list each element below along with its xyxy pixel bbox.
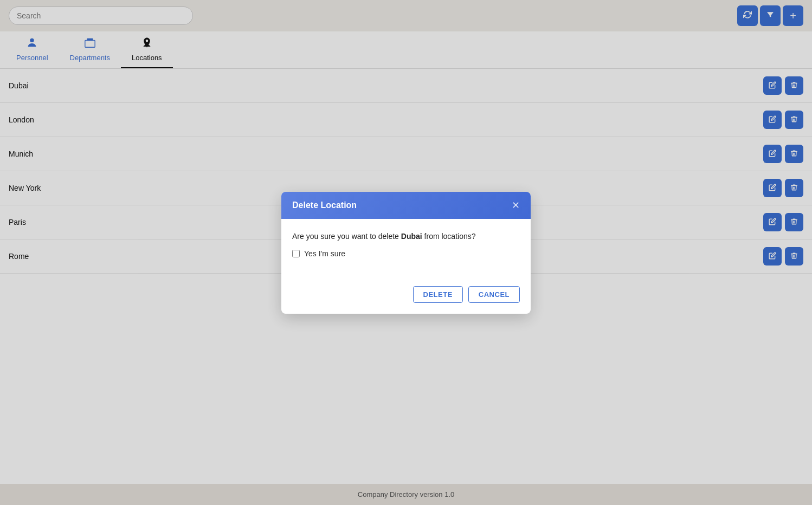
confirm-checkbox[interactable] [292, 250, 300, 257]
question-suffix: from locations? [422, 232, 476, 241]
modal-overlay: Delete Location ✕ Are you sure you want … [0, 0, 812, 505]
delete-confirm-button[interactable]: DELETE [413, 286, 463, 303]
modal-body: Are you sure you want to delete Dubai fr… [281, 219, 531, 280]
delete-target-name: Dubai [401, 232, 422, 241]
modal-footer: DELETE CANCEL [281, 280, 531, 314]
question-prefix: Are you sure you want to delete [292, 232, 401, 241]
modal-close-button[interactable]: ✕ [512, 200, 520, 210]
close-icon: ✕ [512, 200, 520, 211]
cancel-button[interactable]: CANCEL [468, 286, 520, 303]
modal-title: Delete Location [292, 200, 357, 210]
modal-header: Delete Location ✕ [281, 192, 531, 219]
checkbox-label[interactable]: Yes I'm sure [304, 249, 345, 258]
delete-location-modal: Delete Location ✕ Are you sure you want … [281, 192, 531, 314]
confirm-checkbox-row: Yes I'm sure [292, 249, 520, 258]
modal-question: Are you sure you want to delete Dubai fr… [292, 232, 520, 241]
